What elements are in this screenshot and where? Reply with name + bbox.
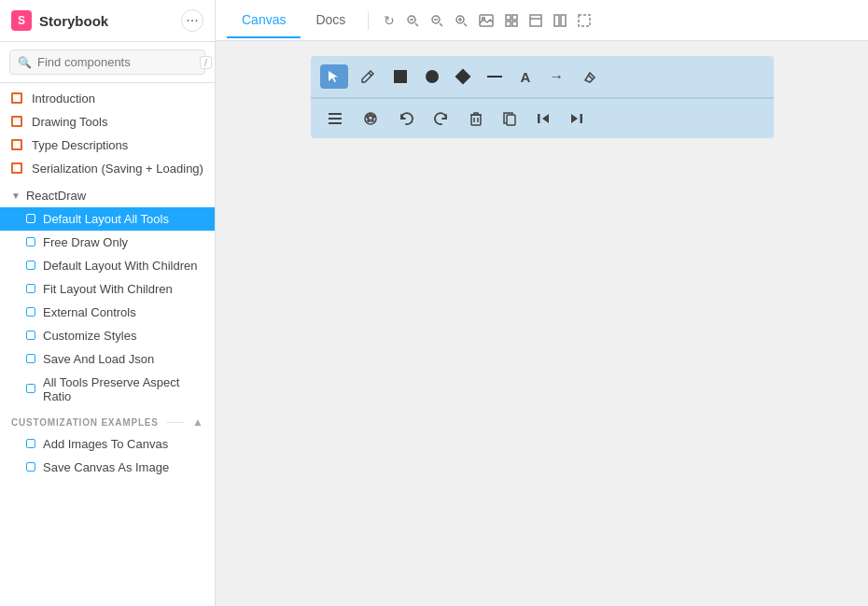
nav-item-label: Introduction bbox=[32, 92, 95, 106]
circle-icon bbox=[426, 70, 439, 83]
nav-sub-item-label: Fit Layout With Children bbox=[43, 282, 173, 296]
svg-rect-13 bbox=[512, 15, 517, 20]
svg-rect-15 bbox=[512, 21, 517, 26]
diamond-icon bbox=[455, 69, 470, 85]
svg-rect-19 bbox=[561, 15, 566, 26]
nav-item-serialization[interactable]: Serialization (Saving + Loading) bbox=[0, 157, 215, 180]
book-icon bbox=[11, 162, 24, 176]
image-button[interactable] bbox=[475, 10, 497, 31]
tab-docs[interactable]: Docs bbox=[301, 3, 360, 38]
rect-icon bbox=[394, 70, 407, 83]
component-icon bbox=[26, 214, 35, 225]
nav-group-reactdraw: ▼ ReactDraw Default Layout All Tools Fre… bbox=[0, 184, 215, 408]
search-inner: 🔍 / bbox=[9, 49, 205, 75]
search-shortcut: / bbox=[200, 56, 212, 69]
nav-sub-item-label: Add Images To Canvas bbox=[43, 437, 168, 451]
diamond-tool-button[interactable] bbox=[451, 66, 475, 87]
app-title: Storybook bbox=[39, 13, 174, 29]
split-button[interactable] bbox=[550, 10, 570, 31]
sidebar-item-save-canvas[interactable]: Save Canvas As Image bbox=[0, 456, 215, 479]
component-icon bbox=[26, 331, 35, 342]
rectangle-tool-button[interactable] bbox=[387, 65, 413, 88]
line-icon bbox=[487, 76, 502, 78]
canvas-container: A → bbox=[311, 56, 774, 138]
svg-rect-18 bbox=[554, 15, 559, 26]
sidebar-item-default-layout-with-children[interactable]: Default Layout With Children bbox=[0, 254, 215, 277]
top-nav-section: Introduction Drawing Tools Type Descript… bbox=[0, 83, 215, 184]
svg-rect-12 bbox=[506, 15, 511, 20]
main-content: Canvas Docs ↻ bbox=[216, 0, 868, 606]
search-bar: 🔍 / bbox=[0, 42, 215, 83]
divider-line bbox=[166, 422, 185, 423]
canvas-wrapper: A → bbox=[216, 41, 868, 606]
arrow-down-icon: ▼ bbox=[11, 190, 21, 201]
nav-sub-item-label: Save And Load Json bbox=[43, 352, 154, 366]
tab-toolbar-icons: ↻ bbox=[380, 9, 595, 32]
component-icon bbox=[26, 354, 35, 365]
book-icon bbox=[11, 139, 24, 152]
component-icon bbox=[26, 284, 35, 295]
section-label: CUSTOMIZATION EXAMPLES bbox=[11, 417, 159, 428]
component-icon bbox=[26, 307, 35, 318]
nav-group-label: ReactDraw bbox=[26, 189, 86, 203]
eraser-tool-button[interactable] bbox=[576, 64, 604, 89]
nav-sub-item-label: All Tools Preserve Aspect Ratio bbox=[43, 375, 203, 403]
text-tool-button[interactable]: A bbox=[514, 64, 538, 90]
refresh-icon-button[interactable]: ↻ bbox=[380, 9, 399, 32]
svg-rect-14 bbox=[506, 21, 511, 26]
tab-bar: Canvas Docs ↻ bbox=[216, 0, 868, 41]
component-icon bbox=[26, 462, 35, 473]
layout-button[interactable] bbox=[525, 10, 546, 31]
tab-canvas[interactable]: Canvas bbox=[227, 3, 301, 38]
nav-item-drawing-tools[interactable]: Drawing Tools bbox=[0, 110, 215, 134]
pencil-tool-button[interactable] bbox=[354, 64, 382, 89]
sidebar-item-free-draw-only[interactable]: Free Draw Only bbox=[0, 231, 215, 254]
search-icon: 🔍 bbox=[18, 56, 32, 69]
section-collapse-button[interactable]: ▲ bbox=[192, 416, 203, 429]
sidebar-menu-button[interactable]: ··· bbox=[181, 9, 203, 32]
drawing-toolbar: A → bbox=[311, 56, 774, 98]
svg-line-2 bbox=[415, 23, 418, 26]
nav-sub-item-label: Default Layout With Children bbox=[43, 259, 197, 273]
customization-section-header: CUSTOMIZATION EXAMPLES ▲ bbox=[0, 408, 215, 432]
sidebar-item-default-layout-all-tools[interactable]: Default Layout All Tools bbox=[0, 207, 215, 231]
nav-sub-item-label: Save Canvas As Image bbox=[43, 460, 169, 474]
grid-button[interactable] bbox=[501, 10, 522, 31]
line-tool-button[interactable] bbox=[481, 71, 509, 82]
sidebar: S Storybook ··· 🔍 / Introduction Drawing… bbox=[0, 0, 216, 606]
nav-item-type-descriptions[interactable]: Type Descriptions bbox=[0, 134, 215, 157]
search-input[interactable] bbox=[37, 55, 194, 69]
select-tool-button[interactable] bbox=[320, 64, 348, 89]
component-icon bbox=[26, 384, 35, 395]
component-icon bbox=[26, 237, 35, 248]
sidebar-item-external-controls[interactable]: External Controls bbox=[0, 301, 215, 324]
storybook-logo: S bbox=[11, 10, 32, 31]
sidebar-header: S Storybook ··· bbox=[0, 0, 215, 42]
svg-rect-16 bbox=[530, 15, 541, 26]
expand-button[interactable] bbox=[574, 10, 595, 31]
circle-tool-button[interactable] bbox=[419, 65, 445, 88]
svg-line-9 bbox=[464, 23, 467, 26]
svg-line-5 bbox=[440, 23, 442, 26]
nav-sub-item-label: External Controls bbox=[43, 305, 136, 319]
nav-sub-item-label: Default Layout All Tools bbox=[43, 212, 169, 226]
arrow-tool-button[interactable]: → bbox=[542, 63, 570, 90]
nav-item-label: Serialization (Saving + Loading) bbox=[32, 162, 203, 176]
nav-item-introduction[interactable]: Introduction bbox=[0, 87, 215, 110]
nav-item-label: Drawing Tools bbox=[32, 115, 107, 129]
zoom-out-button[interactable] bbox=[427, 10, 447, 31]
sidebar-item-all-tools-preserve[interactable]: All Tools Preserve Aspect Ratio bbox=[0, 371, 215, 408]
nav-sub-item-label: Customize Styles bbox=[43, 329, 136, 343]
sidebar-item-add-images[interactable]: Add Images To Canvas bbox=[0, 432, 215, 456]
nav-group-header[interactable]: ▼ ReactDraw bbox=[0, 184, 215, 207]
sidebar-item-customize-styles[interactable]: Customize Styles bbox=[0, 324, 215, 347]
svg-rect-20 bbox=[579, 15, 590, 26]
zoom-out-small-button[interactable] bbox=[402, 10, 423, 31]
zoom-in-button[interactable] bbox=[451, 10, 471, 31]
book-icon bbox=[11, 116, 24, 129]
book-icon bbox=[11, 92, 24, 106]
component-icon bbox=[26, 261, 35, 272]
sidebar-item-save-and-load-json[interactable]: Save And Load Json bbox=[0, 347, 215, 371]
tab-divider bbox=[368, 11, 369, 30]
sidebar-item-fit-layout-with-children[interactable]: Fit Layout With Children bbox=[0, 277, 215, 301]
